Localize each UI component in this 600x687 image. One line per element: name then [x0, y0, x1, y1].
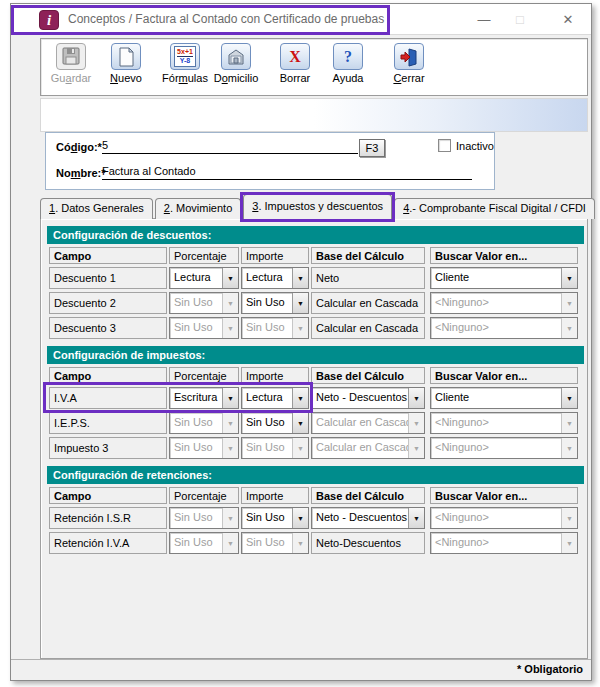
help-label: Ayuda: [320, 72, 376, 84]
tab-movimiento[interactable]: 2. Movimiento: [155, 198, 241, 219]
base-combobox[interactable]: Neto - Descuentos▼: [311, 507, 425, 529]
tab-datos-generales[interactable]: 1. Datos Generales: [40, 198, 153, 219]
table-row: Descuento 1Lectura▼Lectura▼NetoCliente▼: [49, 267, 584, 289]
base-combobox[interactable]: Neto - Descuentos▼: [311, 387, 425, 409]
status-bar: * Obligatorio: [11, 659, 591, 680]
f3-button[interactable]: F3: [359, 139, 385, 157]
formula-bottom-text: Y-8: [177, 57, 193, 65]
importe-combobox[interactable]: Lectura▼: [241, 387, 309, 409]
chevron-down-icon[interactable]: ▼: [292, 388, 308, 408]
close-window-button[interactable]: Cerrar: [381, 42, 437, 94]
combobox-value: Escritura: [170, 388, 222, 408]
chevron-down-icon: ▼: [222, 318, 238, 338]
delete-button[interactable]: X Borrar: [267, 42, 323, 94]
base-static-cell: Neto: [311, 267, 425, 289]
inactivo-checkbox[interactable]: [438, 139, 451, 152]
combobox-value: Sin Uso: [242, 533, 292, 553]
chevron-down-icon[interactable]: ▼: [292, 268, 308, 288]
combobox-value: Sin Uso: [170, 318, 222, 338]
tab-impuestos-y-descuentos[interactable]: 3. Impuestos y descuentos: [243, 194, 392, 219]
maximize-button[interactable]: □: [509, 10, 531, 30]
new-button[interactable]: Nuevo: [98, 42, 154, 94]
buscar-combobox: <Ninguno>▼: [430, 317, 578, 339]
importe-combobox[interactable]: Sin Uso▼: [241, 412, 309, 434]
content-panel: Configuración de descuentos: CampoPorcen…: [40, 218, 588, 659]
importe-combobox: Sin Uso▼: [241, 532, 309, 554]
close-button[interactable]: ✕: [557, 10, 579, 30]
combobox-value: <Ninguno>: [431, 413, 561, 433]
field-name-cell: Descuento 3: [49, 317, 167, 339]
domicilio-button[interactable]: Domicilio: [208, 42, 264, 94]
tab-cfdi[interactable]: 4.- Comprobante Fiscal Digital / CFDI: [394, 198, 595, 219]
chevron-down-icon: ▼: [222, 413, 238, 433]
base-static-cell: Calcular en Cascada: [311, 292, 425, 314]
combobox-value: Sin Uso: [242, 413, 292, 433]
field-name-cell: Descuento 1: [49, 267, 167, 289]
save-icon: [56, 43, 86, 70]
chevron-down-icon[interactable]: ▼: [222, 268, 238, 288]
buscar-combobox: <Ninguno>▼: [430, 532, 578, 554]
combobox-value: Neto - Descuentos: [312, 508, 408, 528]
chevron-down-icon: ▼: [408, 413, 424, 433]
section-retenciones: Configuración de retenciones: CampoPorce…: [47, 466, 584, 557]
chevron-down-icon[interactable]: ▼: [408, 388, 424, 408]
porcentaje-combobox: Sin Uso▼: [169, 292, 239, 314]
help-button[interactable]: ? Ayuda: [320, 42, 376, 94]
delete-glyph: X: [289, 48, 301, 66]
domicilio-label: Domicilio: [208, 72, 264, 84]
chevron-down-icon: ▼: [222, 533, 238, 553]
combobox-value: Lectura: [170, 268, 222, 288]
chevron-down-icon: ▼: [408, 438, 424, 458]
formulas-button[interactable]: 5x+1 Y-8 Fórmulas: [157, 42, 213, 94]
new-document-icon: [111, 43, 141, 70]
delete-label: Borrar: [267, 72, 323, 84]
codigo-input[interactable]: 5: [102, 139, 358, 154]
chevron-down-icon[interactable]: ▼: [561, 388, 577, 408]
field-name-cell: I.E.P.S.: [49, 412, 167, 434]
porcentaje-combobox: Sin Uso▼: [169, 412, 239, 434]
buscar-combobox: <Ninguno>▼: [430, 437, 578, 459]
combobox-value: Cliente: [431, 268, 561, 288]
importe-combobox[interactable]: Sin Uso▼: [241, 292, 309, 314]
chevron-down-icon[interactable]: ▼: [292, 293, 308, 313]
chevron-down-icon[interactable]: ▼: [292, 508, 308, 528]
section-title: Configuración de retenciones:: [47, 466, 584, 484]
minimize-button[interactable]: —: [473, 10, 495, 30]
combobox-value: Sin Uso: [242, 508, 292, 528]
column-header: Base del Cálculo: [311, 367, 425, 384]
chevron-down-icon[interactable]: ▼: [292, 413, 308, 433]
nombre-input[interactable]: Factura al Contado: [102, 165, 472, 180]
buscar-combobox: <Ninguno>▼: [430, 412, 578, 434]
chevron-down-icon[interactable]: ▼: [408, 508, 424, 528]
combobox-value: Calcular en Cascada: [312, 413, 408, 433]
buscar-combobox: <Ninguno>▼: [430, 507, 578, 529]
combobox-value: Calcular en Cascada: [312, 438, 408, 458]
exit-label: Cerrar: [381, 72, 437, 84]
new-label: Nuevo: [98, 72, 154, 84]
field-name-cell: Impuesto 3: [49, 437, 167, 459]
base-static-cell: Calcular en Cascada: [311, 317, 425, 339]
chevron-down-icon: ▼: [561, 533, 577, 553]
column-header: Porcentaje: [169, 247, 239, 264]
required-note: * Obligatorio: [517, 663, 583, 675]
buscar-combobox[interactable]: Cliente▼: [430, 387, 578, 409]
save-button[interactable]: Guardar: [43, 42, 99, 94]
chevron-down-icon[interactable]: ▼: [561, 268, 577, 288]
combobox-value: Sin Uso: [170, 413, 222, 433]
formula-top-text: 5x+1: [177, 48, 193, 57]
porcentaje-combobox: Sin Uso▼: [169, 317, 239, 339]
buscar-combobox[interactable]: Cliente▼: [430, 267, 578, 289]
importe-combobox[interactable]: Lectura▼: [241, 267, 309, 289]
chevron-down-icon: ▼: [561, 318, 577, 338]
column-header: Buscar Valor en...: [430, 247, 578, 264]
porcentaje-combobox[interactable]: Escritura▼: [169, 387, 239, 409]
column-header: Importe: [241, 367, 309, 384]
porcentaje-combobox[interactable]: Lectura▼: [169, 267, 239, 289]
combobox-value: Lectura: [242, 268, 292, 288]
porcentaje-combobox: Sin Uso▼: [169, 437, 239, 459]
chevron-down-icon[interactable]: ▼: [222, 388, 238, 408]
combobox-value: Sin Uso: [170, 533, 222, 553]
table-row: I.V.AEscritura▼Lectura▼Neto - Descuentos…: [49, 387, 584, 409]
importe-combobox[interactable]: Sin Uso▼: [241, 507, 309, 529]
base-combobox: Calcular en Cascada▼: [311, 437, 425, 459]
